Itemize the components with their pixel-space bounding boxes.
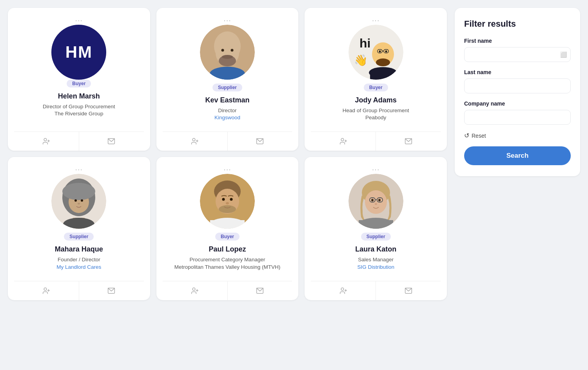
keyboard-icon: ⬜ xyxy=(560,51,567,58)
card-company-paul: Metropolitan Thames Valley Housing (MTVH… xyxy=(174,264,280,270)
svg-point-63 xyxy=(378,199,381,201)
card-title-jody: Head of Group Procurement xyxy=(343,107,409,115)
card-info-paul: Paul Lopez Procurement Category Manager … xyxy=(174,245,280,275)
svg-point-42 xyxy=(44,288,47,290)
svg-point-67 xyxy=(375,203,377,205)
card-name-mahara: Mahara Haque xyxy=(55,245,103,253)
svg-point-8 xyxy=(222,55,233,59)
card-company-mahara[interactable]: My Landlord Cares xyxy=(56,264,101,270)
svg-point-49 xyxy=(219,205,236,213)
card-company-helen: The Riverside Group xyxy=(54,111,103,117)
svg-point-23 xyxy=(385,51,387,53)
search-button[interactable]: Search xyxy=(464,146,571,165)
add-contact-paul[interactable] xyxy=(163,281,228,300)
svg-point-0 xyxy=(44,139,47,141)
card-kev-eastman: ··· xyxy=(156,8,299,151)
svg-text:hi: hi xyxy=(359,36,370,50)
card-name-paul: Paul Lopez xyxy=(209,245,246,253)
role-badge-helen: Buyer xyxy=(67,80,91,87)
avatar-helen: HM xyxy=(51,25,106,80)
role-badge-paul: Buyer xyxy=(215,233,240,241)
card-mahara-haque: ··· xyxy=(8,157,150,300)
svg-text:👋: 👋 xyxy=(354,54,368,67)
role-badge-kev: Supplier xyxy=(212,84,242,91)
card-laura-katon: ··· xyxy=(305,157,447,300)
company-name-label: Company name xyxy=(464,100,571,107)
card-title-laura: Sales Manager xyxy=(358,256,394,264)
avatar-jody: hi 👋 xyxy=(348,25,403,80)
card-menu-mahara[interactable]: ··· xyxy=(75,165,83,174)
card-actions-helen xyxy=(14,131,144,151)
message-laura[interactable] xyxy=(376,281,441,300)
svg-point-38 xyxy=(81,199,83,202)
svg-point-70 xyxy=(341,288,344,290)
card-title-helen: Director of Group Procurement xyxy=(43,103,115,111)
svg-point-36 xyxy=(62,183,95,200)
card-actions-mahara xyxy=(14,281,144,300)
message-paul[interactable] xyxy=(228,281,292,300)
message-mahara[interactable] xyxy=(79,281,144,300)
card-title-kev: Director xyxy=(218,107,236,115)
svg-point-39 xyxy=(78,203,80,204)
svg-point-29 xyxy=(341,139,344,141)
role-badge-mahara: Supplier xyxy=(64,233,94,241)
svg-point-21 xyxy=(376,58,390,66)
svg-point-37 xyxy=(74,199,77,202)
company-name-input[interactable] xyxy=(464,110,571,125)
message-helen[interactable] xyxy=(79,132,144,151)
svg-point-62 xyxy=(371,199,374,201)
svg-point-10 xyxy=(230,49,233,52)
reset-label: Reset xyxy=(472,133,486,139)
first-name-input[interactable] xyxy=(464,47,571,62)
role-badge-jody: Buyer xyxy=(364,84,388,91)
reset-button[interactable]: ↺ Reset xyxy=(464,132,571,139)
filter-panel: Filter results First name ⬜ Last name Co… xyxy=(455,8,580,176)
cards-grid: ··· HM Buyer Helen Marsh Director of Gro… xyxy=(8,8,447,300)
card-menu-kev[interactable]: ··· xyxy=(223,16,231,25)
card-actions-paul xyxy=(163,281,292,300)
reset-icon: ↺ xyxy=(464,132,469,139)
first-name-input-wrap: ⬜ xyxy=(464,47,571,62)
card-jody-adams: ··· hi 👋 xyxy=(305,8,447,151)
add-contact-mahara[interactable] xyxy=(14,281,79,300)
svg-point-55 xyxy=(192,288,195,290)
card-info-kev: Kev Eastman Director Kingswood xyxy=(205,96,249,126)
card-title-mahara: Founder / Director xyxy=(58,256,100,264)
svg-point-50 xyxy=(222,198,225,201)
card-company-laura[interactable]: SIG Distribution xyxy=(357,264,394,270)
add-contact-jody[interactable] xyxy=(311,132,376,151)
card-info-helen: Helen Marsh Director of Group Procuremen… xyxy=(43,92,115,122)
message-jody[interactable] xyxy=(376,132,441,151)
svg-point-28 xyxy=(369,67,397,78)
svg-point-52 xyxy=(226,202,229,204)
card-info-mahara: Mahara Haque Founder / Director My Landl… xyxy=(55,245,103,275)
svg-point-13 xyxy=(192,139,195,141)
card-menu-paul[interactable]: ··· xyxy=(223,165,231,174)
add-contact-kev[interactable] xyxy=(163,132,228,151)
card-company-kev[interactable]: Kingswood xyxy=(214,115,240,120)
add-contact-helen[interactable] xyxy=(14,132,79,151)
avatar-mahara xyxy=(51,174,106,229)
card-name-laura: Laura Katon xyxy=(355,245,396,253)
card-menu-jody[interactable]: ··· xyxy=(372,16,380,25)
svg-rect-54 xyxy=(210,220,245,229)
card-name-helen: Helen Marsh xyxy=(58,92,100,100)
svg-point-22 xyxy=(379,51,381,53)
message-kev[interactable] xyxy=(228,132,292,151)
card-info-jody: Jody Adams Head of Group Procurement Pea… xyxy=(343,96,409,126)
avatar-kev xyxy=(200,25,255,80)
avatar-paul xyxy=(200,174,255,229)
card-paul-lopez: ··· xyxy=(156,157,299,300)
svg-point-51 xyxy=(230,198,232,201)
filter-title: Filter results xyxy=(464,19,571,29)
last-name-input[interactable] xyxy=(464,78,571,93)
add-contact-laura[interactable] xyxy=(311,281,376,300)
last-name-label: Last name xyxy=(464,69,571,75)
card-helen-marsh: ··· HM Buyer Helen Marsh Director of Gro… xyxy=(8,8,150,151)
role-badge-laura: Supplier xyxy=(361,233,391,241)
card-title-paul: Procurement Category Manager xyxy=(190,256,265,264)
card-menu-helen[interactable]: ··· xyxy=(75,16,83,25)
card-company-jody: Peabody xyxy=(365,115,386,120)
card-info-laura: Laura Katon Sales Manager SIG Distributi… xyxy=(355,245,396,275)
card-menu-laura[interactable]: ··· xyxy=(372,165,380,174)
